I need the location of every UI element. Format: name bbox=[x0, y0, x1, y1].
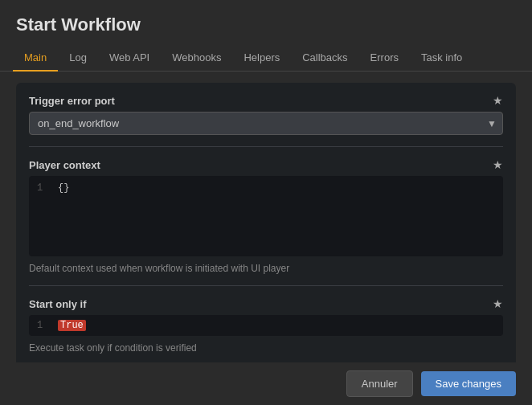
player-context-hint: Default context used when workflow is in… bbox=[29, 263, 503, 274]
tab-taskinfo[interactable]: Task info bbox=[410, 45, 473, 72]
start-only-if-star-icon[interactable]: ★ bbox=[493, 297, 503, 310]
tab-bar: Main Log Web API Webhooks Helpers Callba… bbox=[0, 45, 532, 72]
start-only-if-editor[interactable]: 1 True bbox=[29, 315, 503, 336]
tab-webhooks[interactable]: Webhooks bbox=[161, 45, 232, 72]
tab-callbacks[interactable]: Callbacks bbox=[291, 45, 358, 72]
player-context-star-icon[interactable]: ★ bbox=[493, 158, 503, 171]
tab-errors[interactable]: Errors bbox=[359, 45, 410, 72]
main-content: Trigger error port ★ on_end_workflow on_… bbox=[0, 72, 532, 362]
tab-main[interactable]: Main bbox=[13, 45, 58, 72]
player-context-code-value: {} bbox=[58, 182, 69, 194]
player-context-row: Player context ★ bbox=[29, 158, 503, 171]
save-button[interactable]: Save changes bbox=[421, 371, 516, 396]
footer: Annuler Save changes bbox=[0, 362, 532, 405]
tab-helpers[interactable]: Helpers bbox=[232, 45, 291, 72]
player-context-editor[interactable]: 1 {} bbox=[29, 176, 503, 256]
player-context-label: Player context bbox=[29, 159, 100, 171]
player-context-line-number: 1 bbox=[37, 182, 50, 194]
start-only-if-line-number: 1 bbox=[37, 320, 50, 331]
trigger-error-port-label: Trigger error port bbox=[29, 95, 115, 107]
start-only-if-row: Start only if ★ bbox=[29, 297, 503, 310]
page-title: Start Workflow bbox=[0, 0, 532, 45]
select-wrapper: on_end_workflow on_error on_complete ▼ bbox=[29, 112, 503, 135]
start-only-if-code-value: True bbox=[58, 320, 86, 331]
divider-1 bbox=[29, 146, 503, 147]
trigger-error-port-select[interactable]: on_end_workflow on_error on_complete bbox=[29, 112, 503, 135]
player-context-code-line: 1 {} bbox=[37, 182, 495, 194]
start-only-if-label: Start only if bbox=[29, 298, 87, 310]
tab-webapi[interactable]: Web API bbox=[98, 45, 161, 72]
panel: Trigger error port ★ on_end_workflow on_… bbox=[16, 83, 516, 362]
divider-2 bbox=[29, 285, 503, 286]
start-only-if-code-line: 1 True bbox=[37, 320, 495, 331]
trigger-error-port-star-icon[interactable]: ★ bbox=[493, 94, 503, 107]
trigger-error-port-row: Trigger error port ★ bbox=[29, 94, 503, 107]
cancel-button[interactable]: Annuler bbox=[346, 370, 413, 397]
start-only-if-hint: Execute task only if condition is verifi… bbox=[29, 342, 503, 354]
tab-log[interactable]: Log bbox=[58, 45, 98, 72]
